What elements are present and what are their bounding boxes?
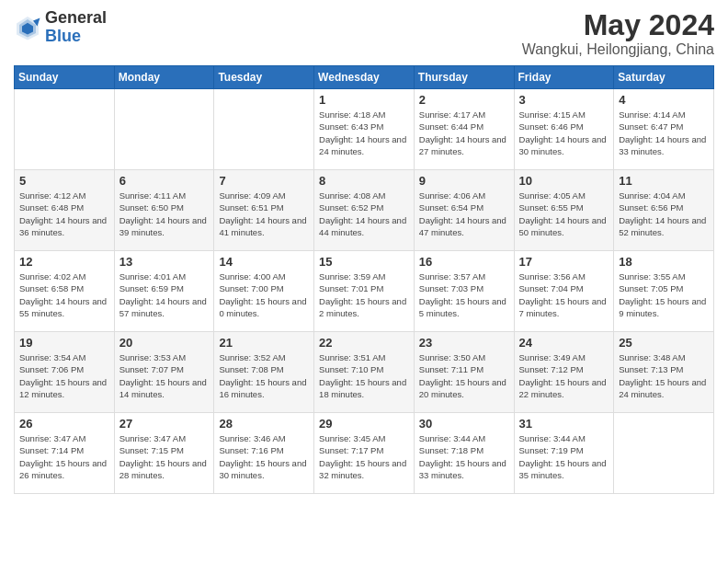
title-block: May 2024 Wangkui, Heilongjiang, China bbox=[522, 9, 714, 58]
day-number: 10 bbox=[519, 174, 609, 188]
day-info: Sunrise: 4:15 AM Sunset: 6:46 PM Dayligh… bbox=[519, 109, 609, 157]
day-number: 1 bbox=[319, 93, 409, 107]
col-monday: Monday bbox=[114, 66, 214, 89]
cell-2-6: 10Sunrise: 4:05 AM Sunset: 6:55 PM Dayli… bbox=[514, 170, 614, 251]
day-info: Sunrise: 4:12 AM Sunset: 6:48 PM Dayligh… bbox=[19, 190, 109, 238]
calendar: Sunday Monday Tuesday Wednesday Thursday… bbox=[14, 65, 714, 494]
week-row-2: 5Sunrise: 4:12 AM Sunset: 6:48 PM Daylig… bbox=[15, 170, 714, 251]
cell-3-7: 18Sunrise: 3:55 AM Sunset: 7:05 PM Dayli… bbox=[614, 251, 714, 332]
day-info: Sunrise: 3:44 AM Sunset: 7:18 PM Dayligh… bbox=[419, 432, 509, 481]
day-info: Sunrise: 4:09 AM Sunset: 6:51 PM Dayligh… bbox=[219, 190, 309, 238]
day-info: Sunrise: 3:44 AM Sunset: 7:19 PM Dayligh… bbox=[519, 432, 609, 481]
logo: General Blue bbox=[14, 9, 107, 46]
day-number: 17 bbox=[519, 255, 609, 269]
day-info: Sunrise: 3:57 AM Sunset: 7:03 PM Dayligh… bbox=[419, 270, 509, 319]
logo-text: General Blue bbox=[45, 9, 107, 46]
day-number: 21 bbox=[219, 336, 309, 350]
day-number: 18 bbox=[619, 255, 709, 269]
day-number: 15 bbox=[319, 255, 409, 269]
day-number: 4 bbox=[619, 93, 709, 107]
day-info: Sunrise: 3:51 AM Sunset: 7:10 PM Dayligh… bbox=[319, 351, 409, 400]
cell-5-1: 26Sunrise: 3:47 AM Sunset: 7:14 PM Dayli… bbox=[15, 413, 115, 494]
cell-5-3: 28Sunrise: 3:46 AM Sunset: 7:16 PM Dayli… bbox=[214, 413, 314, 494]
day-info: Sunrise: 4:18 AM Sunset: 6:43 PM Dayligh… bbox=[319, 109, 409, 157]
logo-icon bbox=[14, 14, 41, 41]
day-info: Sunrise: 3:53 AM Sunset: 7:07 PM Dayligh… bbox=[119, 351, 210, 400]
day-number: 12 bbox=[19, 255, 109, 269]
day-info: Sunrise: 4:00 AM Sunset: 7:00 PM Dayligh… bbox=[219, 270, 309, 319]
cell-4-7: 25Sunrise: 3:48 AM Sunset: 7:13 PM Dayli… bbox=[614, 332, 714, 413]
cell-4-1: 19Sunrise: 3:54 AM Sunset: 7:06 PM Dayli… bbox=[15, 332, 115, 413]
day-number: 16 bbox=[419, 255, 509, 269]
day-info: Sunrise: 4:02 AM Sunset: 6:58 PM Dayligh… bbox=[19, 270, 109, 319]
day-number: 5 bbox=[19, 174, 109, 188]
day-number: 24 bbox=[519, 336, 609, 350]
cell-5-5: 30Sunrise: 3:44 AM Sunset: 7:18 PM Dayli… bbox=[414, 413, 514, 494]
col-saturday: Saturday bbox=[614, 66, 714, 89]
day-number: 27 bbox=[119, 417, 210, 431]
header: General Blue May 2024 Wangkui, Heilongji… bbox=[14, 9, 714, 58]
day-number: 26 bbox=[19, 417, 109, 431]
cell-1-5: 2Sunrise: 4:17 AM Sunset: 6:44 PM Daylig… bbox=[414, 89, 514, 170]
cell-4-6: 24Sunrise: 3:49 AM Sunset: 7:12 PM Dayli… bbox=[514, 332, 614, 413]
day-info: Sunrise: 4:08 AM Sunset: 6:52 PM Dayligh… bbox=[319, 190, 409, 238]
day-number: 3 bbox=[519, 93, 609, 107]
day-info: Sunrise: 3:54 AM Sunset: 7:06 PM Dayligh… bbox=[19, 351, 109, 400]
week-row-3: 12Sunrise: 4:02 AM Sunset: 6:58 PM Dayli… bbox=[15, 251, 714, 332]
day-number: 25 bbox=[619, 336, 709, 350]
day-number: 7 bbox=[219, 174, 309, 188]
day-info: Sunrise: 3:48 AM Sunset: 7:13 PM Dayligh… bbox=[619, 351, 709, 400]
col-sunday: Sunday bbox=[15, 66, 115, 89]
col-friday: Friday bbox=[514, 66, 614, 89]
cell-1-4: 1Sunrise: 4:18 AM Sunset: 6:43 PM Daylig… bbox=[314, 89, 415, 170]
cell-4-4: 22Sunrise: 3:51 AM Sunset: 7:10 PM Dayli… bbox=[314, 332, 415, 413]
day-info: Sunrise: 3:55 AM Sunset: 7:05 PM Dayligh… bbox=[619, 270, 709, 319]
header-row: Sunday Monday Tuesday Wednesday Thursday… bbox=[15, 66, 714, 89]
day-number: 22 bbox=[319, 336, 409, 350]
week-row-5: 26Sunrise: 3:47 AM Sunset: 7:14 PM Dayli… bbox=[15, 413, 714, 494]
cell-2-1: 5Sunrise: 4:12 AM Sunset: 6:48 PM Daylig… bbox=[15, 170, 115, 251]
day-info: Sunrise: 3:47 AM Sunset: 7:14 PM Dayligh… bbox=[19, 432, 109, 481]
day-number: 8 bbox=[319, 174, 409, 188]
day-number: 2 bbox=[419, 93, 509, 107]
col-thursday: Thursday bbox=[414, 66, 514, 89]
cell-4-5: 23Sunrise: 3:50 AM Sunset: 7:11 PM Dayli… bbox=[414, 332, 514, 413]
cell-5-2: 27Sunrise: 3:47 AM Sunset: 7:15 PM Dayli… bbox=[114, 413, 214, 494]
cell-2-3: 7Sunrise: 4:09 AM Sunset: 6:51 PM Daylig… bbox=[214, 170, 314, 251]
cell-2-5: 9Sunrise: 4:06 AM Sunset: 6:54 PM Daylig… bbox=[414, 170, 514, 251]
day-info: Sunrise: 4:17 AM Sunset: 6:44 PM Dayligh… bbox=[419, 109, 509, 157]
cell-3-1: 12Sunrise: 4:02 AM Sunset: 6:58 PM Dayli… bbox=[15, 251, 115, 332]
month-title: May 2024 bbox=[522, 9, 714, 41]
location-subtitle: Wangkui, Heilongjiang, China bbox=[522, 41, 714, 58]
day-number: 19 bbox=[19, 336, 109, 350]
col-tuesday: Tuesday bbox=[214, 66, 314, 89]
day-info: Sunrise: 4:06 AM Sunset: 6:54 PM Dayligh… bbox=[419, 190, 509, 238]
cell-1-6: 3Sunrise: 4:15 AM Sunset: 6:46 PM Daylig… bbox=[514, 89, 614, 170]
logo-blue: Blue bbox=[45, 27, 81, 45]
week-row-4: 19Sunrise: 3:54 AM Sunset: 7:06 PM Dayli… bbox=[15, 332, 714, 413]
cell-3-4: 15Sunrise: 3:59 AM Sunset: 7:01 PM Dayli… bbox=[314, 251, 415, 332]
cell-3-5: 16Sunrise: 3:57 AM Sunset: 7:03 PM Dayli… bbox=[414, 251, 514, 332]
cell-3-2: 13Sunrise: 4:01 AM Sunset: 6:59 PM Dayli… bbox=[114, 251, 214, 332]
cell-1-1 bbox=[15, 89, 115, 170]
cell-5-4: 29Sunrise: 3:45 AM Sunset: 7:17 PM Dayli… bbox=[314, 413, 415, 494]
cell-3-3: 14Sunrise: 4:00 AM Sunset: 7:00 PM Dayli… bbox=[214, 251, 314, 332]
day-info: Sunrise: 3:46 AM Sunset: 7:16 PM Dayligh… bbox=[219, 432, 309, 481]
cell-3-6: 17Sunrise: 3:56 AM Sunset: 7:04 PM Dayli… bbox=[514, 251, 614, 332]
cell-1-7: 4Sunrise: 4:14 AM Sunset: 6:47 PM Daylig… bbox=[614, 89, 714, 170]
day-number: 23 bbox=[419, 336, 509, 350]
week-row-1: 1Sunrise: 4:18 AM Sunset: 6:43 PM Daylig… bbox=[15, 89, 714, 170]
day-number: 11 bbox=[619, 174, 709, 188]
logo-general: General bbox=[45, 8, 107, 27]
col-wednesday: Wednesday bbox=[314, 66, 415, 89]
cell-2-2: 6Sunrise: 4:11 AM Sunset: 6:50 PM Daylig… bbox=[114, 170, 214, 251]
day-info: Sunrise: 3:56 AM Sunset: 7:04 PM Dayligh… bbox=[519, 270, 609, 319]
day-info: Sunrise: 3:49 AM Sunset: 7:12 PM Dayligh… bbox=[519, 351, 609, 400]
cell-4-3: 21Sunrise: 3:52 AM Sunset: 7:08 PM Dayli… bbox=[214, 332, 314, 413]
day-info: Sunrise: 4:05 AM Sunset: 6:55 PM Dayligh… bbox=[519, 190, 609, 238]
cell-2-4: 8Sunrise: 4:08 AM Sunset: 6:52 PM Daylig… bbox=[314, 170, 415, 251]
day-number: 31 bbox=[519, 417, 609, 431]
cell-1-2 bbox=[114, 89, 214, 170]
cell-2-7: 11Sunrise: 4:04 AM Sunset: 6:56 PM Dayli… bbox=[614, 170, 714, 251]
day-number: 28 bbox=[219, 417, 309, 431]
